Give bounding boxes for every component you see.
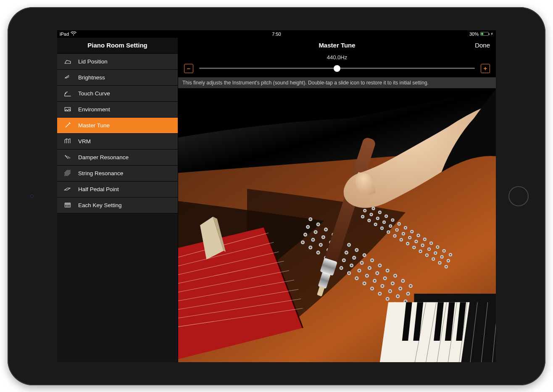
svg-point-34 — [325, 229, 327, 230]
svg-point-22 — [312, 239, 314, 240]
svg-point-70 — [358, 269, 360, 271]
svg-point-140 — [375, 224, 377, 225]
svg-point-162 — [398, 223, 400, 225]
svg-point-168 — [405, 227, 406, 229]
svg-point-198 — [437, 246, 439, 248]
sidebar-item-master-tune[interactable]: Master Tune — [57, 118, 178, 134]
sidebar-item-damper-resonance[interactable]: Damper Resonance — [57, 150, 178, 166]
svg-point-170 — [407, 242, 408, 244]
svg-point-54 — [343, 259, 345, 261]
svg-point-20 — [310, 246, 311, 248]
svg-point-152 — [387, 231, 389, 233]
increment-button[interactable]: + — [481, 64, 490, 73]
svg-point-192 — [430, 242, 432, 244]
svg-point-18 — [310, 218, 311, 220]
svg-point-52 — [340, 267, 342, 268]
svg-point-178 — [416, 240, 417, 242]
svg-point-190 — [428, 248, 430, 250]
svg-point-94 — [382, 285, 383, 287]
sidebar-item-label: Half Pedal Point — [78, 186, 119, 192]
sidebar-item-label: Master Tune — [78, 122, 110, 129]
eachkey-icon — [63, 201, 72, 209]
sidebar-item-half-pedal-point[interactable]: Half Pedal Point — [57, 182, 178, 197]
svg-point-86 — [374, 280, 376, 282]
svg-point-114 — [402, 280, 404, 282]
slider-thumb[interactable] — [334, 65, 340, 72]
damper-icon — [63, 153, 72, 161]
sidebar-item-touch-curve[interactable]: Touch Curve — [57, 86, 178, 102]
svg-point-110 — [397, 295, 399, 297]
sidebar-item-label: Touch Curve — [78, 90, 110, 97]
svg-point-118 — [405, 300, 406, 302]
sidebar-item-label: Brightness — [78, 74, 105, 81]
svg-point-156 — [392, 219, 394, 221]
ipad-frame: iPad 7:50 30% ⚡︎ Piano Room Setting Lid … — [8, 7, 545, 385]
sidebar-item-each-key-setting[interactable]: Each Key Setting — [57, 197, 178, 213]
sidebar-item-string-resonance[interactable]: String Resonance — [57, 166, 178, 182]
done-button[interactable]: Done — [475, 42, 490, 49]
slider-value: 440.0Hz — [184, 54, 490, 61]
svg-point-196 — [434, 252, 436, 254]
svg-point-210 — [450, 254, 451, 255]
sidebar-item-environment[interactable]: Environment — [57, 102, 178, 118]
svg-point-56 — [345, 252, 347, 253]
svg-point-112 — [400, 287, 401, 289]
home-button[interactable] — [508, 186, 529, 206]
svg-point-146 — [381, 227, 383, 229]
svg-point-194 — [432, 258, 434, 260]
touch-icon — [63, 89, 72, 97]
battery-icon — [480, 32, 489, 36]
svg-point-60 — [348, 272, 350, 274]
svg-point-208 — [448, 260, 449, 261]
svg-point-98 — [387, 269, 388, 271]
main-header: Master Tune Done — [178, 38, 496, 53]
tune-icon — [63, 121, 72, 129]
sidebar-title: Piano Room Setting — [57, 38, 178, 54]
svg-point-100 — [387, 298, 388, 300]
brightness-icon — [63, 73, 72, 82]
svg-point-128 — [362, 216, 363, 217]
svg-point-154 — [390, 225, 392, 227]
tune-slider[interactable] — [199, 68, 475, 69]
svg-point-202 — [441, 256, 443, 258]
svg-point-28 — [317, 252, 319, 253]
status-bar: iPad 7:50 30% ⚡︎ — [57, 30, 496, 38]
svg-point-82 — [371, 259, 373, 261]
string-icon — [63, 169, 72, 177]
environment-icon — [63, 105, 72, 113]
svg-point-14 — [305, 234, 306, 235]
svg-point-160 — [396, 229, 398, 231]
svg-point-12 — [302, 241, 303, 243]
svg-point-166 — [403, 233, 404, 234]
svg-point-138 — [373, 208, 374, 209]
sidebar-item-vrm[interactable]: VRM — [57, 134, 178, 150]
decrement-button[interactable]: – — [184, 64, 193, 73]
svg-point-144 — [379, 211, 381, 213]
svg-point-120 — [407, 292, 409, 294]
svg-point-158 — [394, 235, 396, 237]
lid-icon — [63, 57, 72, 66]
svg-point-106 — [395, 275, 396, 276]
svg-point-16 — [307, 226, 309, 228]
sidebar-item-label: String Resonance — [78, 170, 123, 176]
svg-point-74 — [363, 254, 365, 256]
svg-point-76 — [363, 282, 365, 284]
svg-point-30 — [320, 244, 321, 245]
svg-point-96 — [384, 277, 386, 279]
svg-point-148 — [383, 221, 385, 223]
svg-point-150 — [385, 215, 387, 217]
svg-point-180 — [418, 234, 419, 236]
sidebar-item-brightness[interactable]: Brightness — [57, 70, 178, 86]
screen: iPad 7:50 30% ⚡︎ Piano Room Setting Lid … — [57, 30, 496, 362]
page-title: Master Tune — [319, 42, 355, 49]
svg-point-58 — [348, 244, 350, 245]
svg-point-24 — [315, 231, 316, 233]
sidebar-item-label: VRM — [78, 138, 91, 145]
sidebar: Piano Room Setting Lid PositionBrightnes… — [57, 38, 178, 362]
sidebar-item-label: Each Key Setting — [78, 202, 122, 208]
svg-point-136 — [371, 213, 372, 215]
wifi-icon — [71, 32, 76, 37]
svg-point-84 — [371, 287, 373, 289]
svg-point-80 — [369, 267, 370, 268]
sidebar-item-lid-position[interactable]: Lid Position — [57, 54, 178, 70]
